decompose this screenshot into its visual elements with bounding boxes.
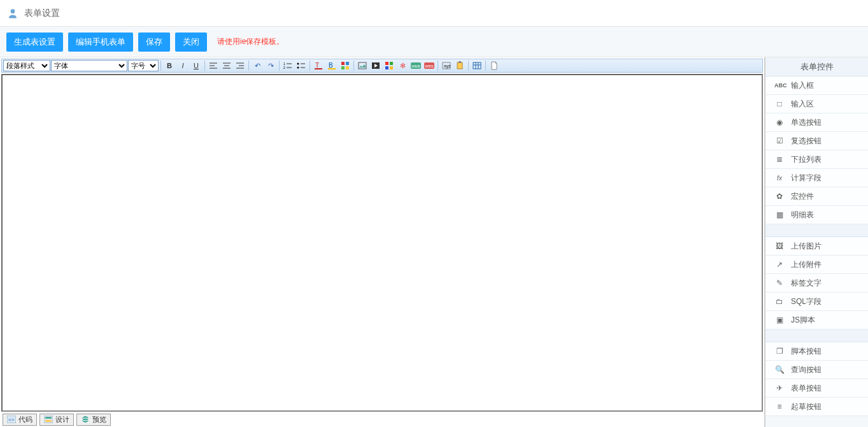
palette-item-label[interactable]: ✎标签文字	[765, 274, 868, 293]
svg-rect-25	[459, 61, 461, 63]
page-title: 表单设置	[24, 8, 60, 19]
palette-item-select[interactable]: ≣下拉列表	[765, 150, 868, 169]
palette-item-calc[interactable]: fx计算字段	[765, 169, 868, 187]
generate-settings-button[interactable]: 生成表设置	[6, 33, 63, 52]
action-bar: 生成表设置 编辑手机表单 保存 关闭 请使用ie保存模板。	[0, 27, 868, 57]
editor-mode-tabs: <> 代码 设计 预览	[0, 412, 764, 427]
checkbox-icon: ☑	[774, 136, 785, 145]
code-mode-tab[interactable]: <> 代码	[3, 414, 37, 426]
svg-rect-9	[346, 62, 349, 65]
underline-button[interactable]: U	[190, 60, 203, 71]
palette-item-checkbox[interactable]: ☑复选按钮	[765, 132, 868, 150]
draft-icon: ≡	[774, 402, 785, 411]
close-button[interactable]: 关闭	[175, 33, 207, 52]
svg-point-3	[297, 67, 299, 69]
wbs-button[interactable]: WBS	[423, 60, 436, 71]
italic-button[interactable]: I	[176, 60, 189, 71]
align-right-button[interactable]	[234, 60, 246, 71]
palette-separator	[765, 329, 868, 342]
color-picker-button[interactable]	[339, 60, 352, 71]
template-button[interactable]: xyz	[440, 60, 453, 71]
unordered-list-button[interactable]	[295, 60, 308, 71]
svg-rect-14	[385, 62, 388, 65]
svg-text:B: B	[329, 62, 333, 69]
rect-icon: □	[774, 99, 785, 108]
palette-item-upload-file[interactable]: ↗上传附件	[765, 256, 868, 274]
script-icon: ▣	[774, 315, 785, 324]
separator	[248, 61, 249, 71]
separator	[204, 61, 205, 71]
undo-button[interactable]: ↶	[251, 60, 264, 71]
wand-icon: ✎	[774, 279, 785, 287]
svg-rect-29	[44, 416, 53, 423]
user-icon	[6, 7, 19, 20]
palette-item-script-button[interactable]: ❐脚本按钮	[765, 342, 868, 361]
separator	[468, 61, 469, 71]
svg-text:WBS: WBS	[425, 64, 434, 68]
palette-item-query-button[interactable]: 🔍查询按钮	[765, 361, 868, 379]
svg-text:T: T	[315, 62, 319, 69]
paragraph-style-select[interactable]: 段落样式	[3, 60, 50, 71]
windows-button[interactable]	[383, 60, 395, 71]
redo-button[interactable]: ↷	[264, 60, 277, 71]
palette-item-form-button[interactable]: ✈表单按钮	[765, 379, 868, 398]
palette-item-detail-table[interactable]: ▦明细表	[765, 206, 868, 224]
svg-point-32	[82, 416, 89, 423]
palette-item-sql[interactable]: 🗀SQL字段	[765, 293, 868, 311]
list-icon: ≣	[774, 155, 785, 164]
palette-item-upload-image[interactable]: 🖼上传图片	[765, 237, 868, 256]
align-left-button[interactable]	[207, 60, 220, 71]
preview-icon	[81, 416, 90, 423]
palette-title: 表单控件	[765, 57, 868, 76]
palette-item-textbox[interactable]: ABC输入框	[765, 76, 868, 95]
page-button[interactable]	[488, 60, 501, 71]
palette-item-macro[interactable]: ✿宏控件	[765, 187, 868, 206]
svg-rect-5	[315, 68, 322, 69]
send-icon: ✈	[774, 384, 785, 393]
radio-icon: ◉	[774, 118, 785, 127]
palette-item-textarea[interactable]: □输入区	[765, 95, 868, 113]
svg-rect-8	[341, 62, 345, 65]
preview-mode-tab[interactable]: 预览	[76, 414, 111, 426]
table-button[interactable]	[471, 60, 483, 71]
grid-icon: ▦	[774, 210, 785, 219]
design-icon	[44, 416, 53, 423]
warning-text: 请使用ie保存模板。	[217, 36, 284, 47]
media-button[interactable]	[369, 60, 382, 71]
image-button[interactable]	[356, 60, 369, 71]
copy-icon: ❐	[774, 347, 785, 356]
ordered-list-button[interactable]: 12	[281, 60, 294, 71]
separator	[160, 61, 161, 71]
svg-rect-30	[45, 417, 52, 419]
edit-mobile-form-button[interactable]: 编辑手机表单	[68, 33, 133, 52]
upload-icon: ↗	[774, 260, 785, 269]
font-color-button[interactable]: T	[312, 60, 325, 71]
search-icon: 🔍	[774, 365, 785, 374]
paste-button[interactable]	[453, 60, 466, 71]
svg-text:WEB: WEB	[411, 64, 420, 68]
special-char-button[interactable]: ✻	[396, 60, 409, 71]
svg-rect-11	[346, 66, 349, 69]
svg-rect-31	[45, 420, 52, 422]
svg-rect-24	[457, 62, 462, 69]
design-mode-tab[interactable]: 设计	[39, 414, 74, 426]
separator	[309, 61, 310, 71]
editor-canvas[interactable]	[1, 74, 763, 412]
svg-text:xyz: xyz	[444, 64, 451, 69]
fx-icon: fx	[774, 175, 785, 182]
bg-color-button[interactable]: B	[325, 60, 338, 71]
editor-toolbar: 段落样式 字体 字号 B I U ↶ ↷ 12 T B ✻	[1, 59, 763, 73]
font-size-select[interactable]: 字号	[128, 60, 159, 71]
save-button[interactable]: 保存	[138, 33, 170, 52]
bold-button[interactable]: B	[163, 60, 176, 71]
palette-item-js[interactable]: ▣JS脚本	[765, 311, 868, 329]
palette-item-radio[interactable]: ◉单选按钮	[765, 113, 868, 132]
separator	[353, 61, 354, 71]
font-select[interactable]: 字体	[51, 60, 127, 71]
align-center-button[interactable]	[220, 60, 233, 71]
svg-text:<>: <>	[8, 417, 15, 423]
palette-item-draft-button[interactable]: ≡起草按钮	[765, 398, 868, 416]
web-button[interactable]: WEB	[409, 60, 422, 71]
palette-separator	[765, 224, 868, 237]
svg-rect-15	[390, 62, 393, 65]
